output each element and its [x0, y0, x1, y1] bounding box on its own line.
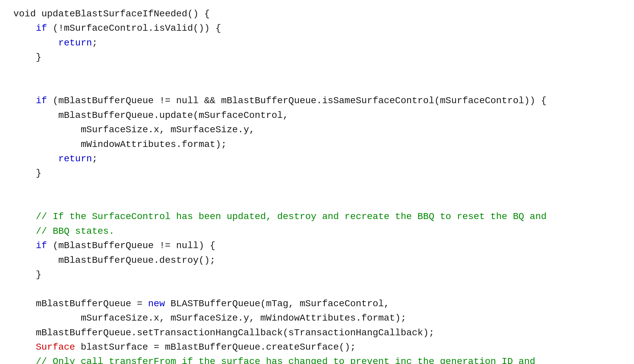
code-line: return; — [13, 36, 621, 50]
token-plain: mBlastBufferQueue = — [36, 299, 148, 309]
code-line — [13, 282, 621, 296]
token-indent3 — [13, 154, 58, 164]
token-comment: // BBQ states. — [36, 226, 114, 236]
token-plain: mWindowAttributes.format); — [81, 139, 227, 150]
token-plain: } — [36, 52, 41, 62]
token-plain: void updateBlastSurfaceIfNeeded() { — [13, 9, 210, 19]
code-line — [13, 65, 621, 79]
token-kw: return — [58, 38, 92, 48]
token-plain: (mBlastBufferQueue != null) { — [47, 240, 215, 251]
token-indent4 — [13, 313, 81, 323]
token-plain: } — [36, 168, 41, 178]
token-kw: if — [36, 240, 47, 251]
code-line: mBlastBufferQueue.destroy(); — [13, 253, 621, 267]
code-editor: void updateBlastSurfaceIfNeeded() { if (… — [13, 7, 621, 364]
token-indent4 — [13, 139, 81, 150]
token-kw: return — [58, 154, 92, 164]
token-indent2 — [13, 269, 36, 280]
token-indent3 — [13, 38, 58, 48]
code-line: if (!mSurfaceControl.isValid()) { — [13, 21, 621, 35]
token-indent2 — [13, 240, 36, 251]
token-indent2 — [13, 226, 36, 236]
token-indent2 — [13, 299, 36, 309]
token-indent2 — [13, 23, 36, 33]
code-line: mSurfaceSize.x, mSurfaceSize.y, — [13, 123, 621, 137]
token-indent2 — [13, 52, 36, 62]
code-line: if (mBlastBufferQueue != null && mBlastB… — [13, 94, 621, 108]
token-plain: } — [36, 269, 41, 280]
code-line: } — [13, 50, 621, 64]
token-plain: ; — [92, 38, 98, 48]
token-plain: (!mSurfaceControl.isValid()) { — [47, 23, 221, 33]
code-line — [13, 79, 621, 94]
code-line: mBlastBufferQueue = new BLASTBufferQueue… — [13, 297, 621, 311]
token-kw: new — [148, 299, 165, 309]
token-plain: ; — [92, 154, 98, 164]
code-line: mBlastBufferQueue.update(mSurfaceControl… — [13, 108, 621, 123]
token-plain: mBlastBufferQueue.destroy(); — [58, 255, 215, 265]
token-kw: if — [36, 23, 47, 33]
code-line: if (mBlastBufferQueue != null) { — [13, 238, 621, 253]
token-indent2 — [13, 168, 36, 178]
token-plain: mBlastBufferQueue.update(mSurfaceControl… — [58, 110, 288, 121]
code-line: } — [13, 166, 621, 180]
token-indent2 — [13, 211, 36, 222]
token-indent3 — [13, 255, 58, 265]
token-type: Surface — [36, 342, 75, 352]
code-line: // Only call transferFrom if the surface… — [13, 354, 621, 364]
code-line: // BBQ states. — [13, 224, 621, 238]
code-line — [13, 195, 621, 209]
token-plain: mBlastBufferQueue.setTransactionHangCall… — [36, 328, 434, 338]
token-comment: // If the SurfaceControl has been update… — [36, 211, 546, 222]
code-line: return; — [13, 152, 621, 166]
token-indent2 — [13, 96, 36, 106]
code-line: mSurfaceSize.x, mSurfaceSize.y, mWindowA… — [13, 311, 621, 325]
code-line — [13, 181, 621, 195]
token-plain: blastSurface = mBlastBufferQueue.createS… — [75, 342, 356, 352]
code-line: void updateBlastSurfaceIfNeeded() { — [13, 7, 621, 21]
token-indent2 — [13, 356, 36, 364]
token-plain: BLASTBufferQueue(mTag, mSurfaceControl, — [165, 299, 389, 309]
code-line: mWindowAttributes.format); — [13, 137, 621, 152]
code-line: } — [13, 267, 621, 282]
token-indent2 — [13, 342, 36, 352]
token-kw: if — [36, 96, 47, 106]
token-indent2 — [13, 328, 36, 338]
code-line: Surface blastSurface = mBlastBufferQueue… — [13, 340, 621, 354]
code-line: // If the SurfaceControl has been update… — [13, 209, 621, 224]
token-indent4 — [13, 125, 81, 135]
token-plain: mSurfaceSize.x, mSurfaceSize.y, mWindowA… — [81, 313, 407, 323]
token-plain: (mBlastBufferQueue != null && mBlastBuff… — [47, 96, 546, 106]
token-indent3 — [13, 110, 58, 121]
token-plain: mSurfaceSize.x, mSurfaceSize.y, — [81, 125, 255, 135]
code-line: mBlastBufferQueue.setTransactionHangCall… — [13, 326, 621, 340]
token-comment: // Only call transferFrom if the surface… — [36, 356, 535, 364]
